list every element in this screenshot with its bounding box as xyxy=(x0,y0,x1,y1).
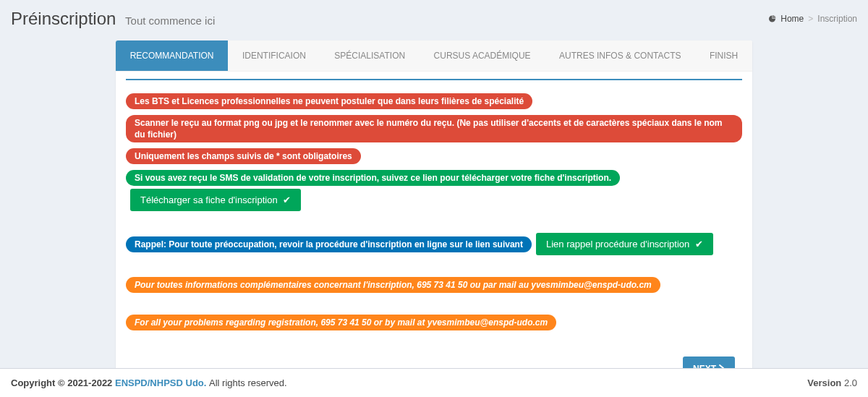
footer-copyright-suffix: All rights reserved. xyxy=(209,377,287,388)
page-title: Préinscription xyxy=(11,9,116,28)
procedure-link-label: Lien rappel procédure d'inscription xyxy=(546,239,689,249)
footer-version-label: Version xyxy=(807,377,841,388)
breadcrumb-home[interactable]: Home xyxy=(780,14,804,24)
check-icon: ✔ xyxy=(695,239,703,249)
notice-blue-1: Rappel: Pour toute préoccupation, revoir… xyxy=(126,236,532,252)
download-fiche-label: Télécharger sa fiche d'inscription xyxy=(140,195,278,205)
tab-autres-infos[interactable]: AUTRES INFOS & CONTACTS xyxy=(545,40,695,71)
procedure-link-button[interactable]: Lien rappel procédure d'inscription ✔ xyxy=(536,233,713,255)
notice-orange-1: Pour toutes informations complémentaires… xyxy=(126,277,660,293)
footer: Copyright © 2021-2022 ENSPD/NHPSD Udo. A… xyxy=(0,368,868,397)
page-subtitle: Tout commence ici xyxy=(125,14,215,27)
tab-cursus[interactable]: CURSUS ACADÉMIQUE xyxy=(420,40,545,71)
notice-red-1: Les BTS et Licences professionnelles ne … xyxy=(126,93,532,109)
dashboard-icon xyxy=(767,14,776,24)
breadcrumb-separator: > xyxy=(808,14,813,24)
breadcrumb-current: Inscription xyxy=(817,14,857,24)
tab-finish[interactable]: FINISH xyxy=(695,40,752,71)
notice-red-2: Scanner le reçu au format png ou jpg et … xyxy=(126,115,742,142)
download-fiche-button[interactable]: Télécharger sa fiche d'inscription ✔ xyxy=(130,189,301,211)
tab-recommandation[interactable]: RECOMMANDATION xyxy=(116,40,228,71)
notice-red-3: Uniquement les champs suivis de * sont o… xyxy=(126,148,361,164)
check-icon: ✔ xyxy=(283,195,291,205)
tab-progress-bar xyxy=(126,79,742,80)
notice-green-1: Si vous avez reçu le SMS de validation d… xyxy=(126,170,620,186)
breadcrumb: Home > Inscription xyxy=(767,14,857,24)
notice-orange-2: For all your problems regarding registra… xyxy=(126,315,556,330)
footer-copyright-prefix: Copyright © 2021-2022 xyxy=(11,377,115,388)
footer-version: 2.0 xyxy=(841,377,857,388)
wizard-tabs: RECOMMANDATION IDENTIFICAION SPÉCIALISAT… xyxy=(116,40,752,72)
tab-identification[interactable]: IDENTIFICAION xyxy=(228,40,320,71)
tab-specialisation[interactable]: SPÉCIALISATION xyxy=(320,40,420,71)
wizard-card: RECOMMANDATION IDENTIFICAION SPÉCIALISAT… xyxy=(116,40,752,397)
footer-org-link[interactable]: ENSPD/NHPSD Udo. xyxy=(115,377,206,388)
